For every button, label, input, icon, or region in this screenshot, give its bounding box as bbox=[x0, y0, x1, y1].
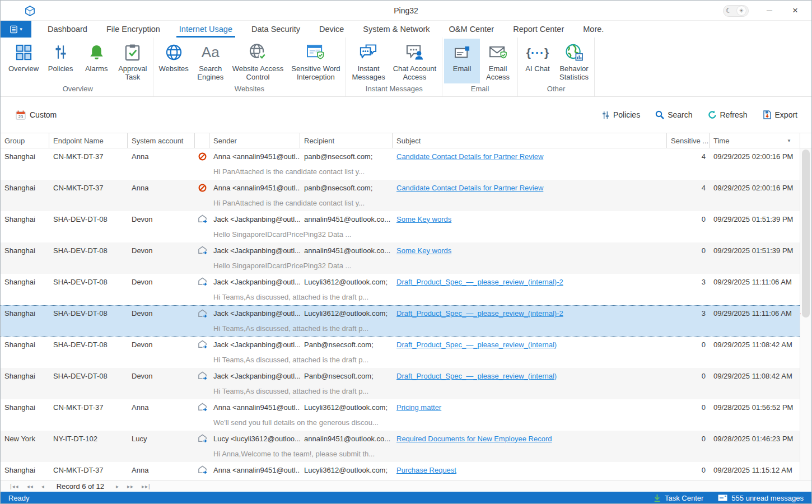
tab-internet-usage[interactable]: Internet Usage bbox=[170, 21, 242, 38]
pager-fast-next-button[interactable]: ▸▸ bbox=[123, 483, 138, 489]
ribbon-item-websites[interactable]: Websites bbox=[155, 39, 193, 83]
theme-toggle[interactable]: ☾ ☀ bbox=[723, 5, 749, 17]
column-header-group[interactable]: Group bbox=[1, 133, 49, 148]
column-header-system-account[interactable]: System account bbox=[128, 133, 195, 148]
ribbon: OverviewPoliciesAlarmsApproval TaskOverv… bbox=[1, 38, 811, 97]
custom-date-button[interactable]: 23 Custom bbox=[16, 110, 57, 120]
subject-cell: Pricing matter bbox=[393, 403, 667, 412]
email-subject-link[interactable]: Candidate Contact Details for Partner Re… bbox=[396, 152, 543, 161]
ribbon-item-sensitive-word-interception[interactable]: Sensitive Word Interception bbox=[287, 39, 344, 83]
close-button[interactable]: × bbox=[782, 5, 808, 16]
ribbon-item-email[interactable]: Email bbox=[444, 39, 480, 83]
email-subject-link[interactable]: Draft_Product_Spec_—_please_review_(inte… bbox=[396, 278, 563, 286]
pager-fast-prev-button[interactable]: ◂◂ bbox=[23, 483, 38, 489]
pager-next-button[interactable]: ▸ bbox=[112, 483, 123, 489]
recipient-cell: Panb@nsecsoft.com; bbox=[300, 372, 393, 380]
ribbon-item-policies[interactable]: Policies bbox=[43, 39, 78, 83]
email-subject-link[interactable]: Draft_Product_Spec_—_please_review_(inte… bbox=[396, 340, 557, 349]
scrollbar-corner bbox=[800, 133, 811, 148]
policies-button[interactable]: Policies bbox=[601, 110, 640, 119]
table-row[interactable]: ShanghaiCN-MKT-DT-37AnnaAnna <annalin945… bbox=[1, 180, 801, 211]
ribbon-item-approval-task[interactable]: Approval Task bbox=[114, 39, 151, 83]
search-button[interactable]: Search bbox=[655, 110, 692, 119]
ribbon-item-search-engines[interactable]: AaSearch Engines bbox=[193, 39, 228, 83]
table-row[interactable]: ShanghaiSHA-DEV-DT-08DevonJack <Jackpanb… bbox=[1, 242, 801, 274]
ribbon-item-label: Approval Task bbox=[118, 64, 147, 81]
tab-system-network[interactable]: System & Network bbox=[353, 21, 439, 38]
task-center-label: Task Center bbox=[665, 494, 703, 502]
ribbon-item-overview[interactable]: Overview bbox=[4, 39, 43, 83]
column-header-time[interactable]: Time▼ bbox=[710, 133, 800, 148]
export-button[interactable]: Export bbox=[763, 110, 797, 119]
ribbon-item-behavior-statistics[interactable]: Behavior Statistics bbox=[556, 39, 592, 83]
download-arrow-icon bbox=[654, 494, 661, 502]
tab-more[interactable]: More. bbox=[573, 21, 613, 38]
time-filter-icon[interactable]: ▼ bbox=[787, 138, 796, 143]
email-subject-link[interactable]: Candidate Contact Details for Partner Re… bbox=[396, 184, 543, 192]
sent-mail-icon bbox=[198, 309, 207, 318]
app-menu-button[interactable]: ▾ bbox=[1, 21, 31, 38]
ribbon-item-label: Email Access bbox=[486, 64, 510, 81]
table-row[interactable]: ShanghaiCN-MKT-DT-37AnnaAnna <annalin945… bbox=[1, 148, 801, 180]
group-cell: Shanghai bbox=[1, 152, 49, 161]
tab-device[interactable]: Device bbox=[310, 21, 353, 38]
account-cell: Lucy bbox=[128, 435, 195, 443]
sun-icon[interactable]: ☀ bbox=[737, 6, 746, 15]
refresh-button[interactable]: Refresh bbox=[708, 110, 748, 119]
email-subject-link[interactable]: Purchase Request bbox=[396, 466, 456, 474]
recipient-cell: annalin9451@outlook.co... bbox=[300, 246, 393, 255]
unread-messages-button[interactable]: 555 unread messages bbox=[718, 494, 804, 502]
table-row[interactable]: ShanghaiSHA-DEV-DT-08DevonJack <Jackpanb… bbox=[1, 274, 801, 305]
ribbon-item-ai-chat[interactable]: {···}AI Chat bbox=[520, 39, 556, 83]
minimize-button[interactable]: ─ bbox=[757, 6, 782, 15]
ribbon-item-email-access[interactable]: Email Access bbox=[480, 39, 516, 83]
row-actions-button[interactable]: ••• bbox=[800, 309, 801, 318]
sender-cell: Anna <annalin9451@outl... bbox=[209, 466, 300, 474]
title-bar: Ping32 ☾ ☀ ─ × bbox=[1, 1, 811, 21]
mail-status-cell bbox=[195, 152, 209, 161]
scrollbar-thumb[interactable] bbox=[802, 150, 810, 318]
email-subject-link[interactable]: Some Key words bbox=[396, 215, 451, 223]
table-row[interactable]: ShanghaiCN-MKT-DT-37AnnaAnna <annalin945… bbox=[1, 399, 801, 431]
email-subject-link[interactable]: Some Key words bbox=[396, 246, 451, 255]
ribbon-item-alarms[interactable]: Alarms bbox=[78, 39, 114, 83]
ribbon-item-website-access-control[interactable]: Website Access Control bbox=[228, 39, 288, 83]
column-header-sensitive[interactable]: Sensitive ... bbox=[667, 133, 710, 148]
table-row[interactable]: ShanghaiSHA-DEV-DT-08DevonJack <Jackpanb… bbox=[1, 305, 801, 337]
email-subject-link[interactable]: Draft_Product_Spec_—_please_review_(inte… bbox=[396, 309, 563, 318]
email-subject-link[interactable]: Pricing matter bbox=[396, 403, 441, 412]
column-header-endpoint-name[interactable]: Endpoint Name bbox=[49, 133, 128, 148]
window-title: Ping32 bbox=[1, 6, 811, 15]
column-header-sender[interactable]: Sender bbox=[209, 133, 300, 148]
ribbon-item-instant-messages[interactable]: Instant Messages bbox=[348, 39, 389, 83]
table-row[interactable]: ShanghaiSHA-DEV-DT-08DevonJack <Jackpanb… bbox=[1, 337, 801, 368]
table-row[interactable]: ShanghaiSHA-DEV-DT-08DevonJack <Jackpanb… bbox=[1, 211, 801, 242]
email-subject-link[interactable]: Required Documents for New Employee Reco… bbox=[396, 435, 552, 443]
tab-file-encryption[interactable]: File Encryption bbox=[97, 21, 170, 38]
column-header-subject[interactable]: Subject bbox=[393, 133, 667, 148]
table-row[interactable]: ShanghaiSHA-DEV-DT-08DevonJack <Jackpanb… bbox=[1, 368, 801, 399]
table-row[interactable]: ShanghaiCN-MKT-DT-37AnnaAnna <annalin945… bbox=[1, 462, 801, 480]
pager-last-button[interactable]: ▸▸| bbox=[138, 483, 155, 489]
tab-report-center[interactable]: Report Center bbox=[503, 21, 573, 38]
moon-icon[interactable]: ☾ bbox=[726, 7, 732, 15]
tab-o-m-center[interactable]: O&M Center bbox=[440, 21, 504, 38]
task-center-button[interactable]: Task Center bbox=[654, 494, 703, 502]
table-row[interactable]: New YorkNY-IT-DT-102LucyLucy <lucyli3612… bbox=[1, 431, 801, 462]
column-header-recipient[interactable]: Recipient bbox=[300, 133, 393, 148]
sender-cell: Jack <Jackpanbing@outl... bbox=[209, 309, 300, 318]
toolbar: 23 Custom PoliciesSearchRefreshExport bbox=[1, 97, 811, 133]
sensitive-cell: 0 bbox=[667, 340, 710, 349]
tab-data-security[interactable]: Data Security bbox=[242, 21, 310, 38]
column-header-icon-column[interactable] bbox=[195, 133, 209, 148]
pager-prev-button[interactable]: ◂ bbox=[38, 483, 49, 489]
vertical-scrollbar[interactable] bbox=[800, 148, 811, 480]
tab-dashboard[interactable]: Dashboard bbox=[38, 21, 97, 38]
subject-cell: Required Documents for New Employee Reco… bbox=[393, 435, 667, 443]
group-cell: New York bbox=[1, 435, 49, 443]
ribbon-item-chat-account-access[interactable]: Chat Account Access bbox=[389, 39, 440, 83]
pager-first-button[interactable]: |◂◂ bbox=[6, 483, 23, 489]
sent-mail-icon bbox=[198, 434, 207, 443]
refresh-icon bbox=[708, 110, 717, 119]
email-subject-link[interactable]: Draft_Product_Spec_—_please_review_(inte… bbox=[396, 372, 557, 380]
